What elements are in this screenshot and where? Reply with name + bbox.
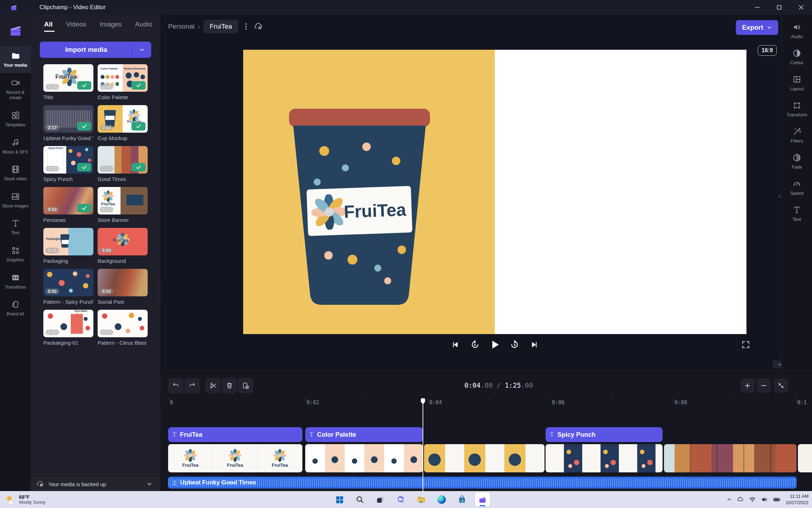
duplicate-button[interactable] [238,378,253,393]
project-options-kebab[interactable] [242,21,250,32]
project-title[interactable]: FruiTea [203,20,238,33]
playhead[interactable] [423,398,423,491]
tray-chevron-up-icon[interactable] [726,497,732,502]
video-clip-title[interactable]: FruiTea FruiTea FruiTea [168,444,302,472]
skip-to-end-button[interactable] [528,339,540,351]
audio-clip[interactable]: ♫ Upbeat Funky Good Times [168,477,796,489]
breadcrumb-personal[interactable]: Personal [168,23,195,30]
cloud-sync-icon[interactable] [254,22,263,31]
text-clip-color-palette[interactable]: T Color Palette [305,427,423,442]
start-button[interactable] [332,492,347,507]
close-button[interactable] [790,0,812,15]
redo-button[interactable] [184,378,200,393]
import-media-button[interactable]: Import media [40,42,151,58]
media-item[interactable]: FruiTea 0:02 Background [98,228,148,264]
rewind-5s-button[interactable]: 5 [469,339,481,351]
onedrive-cloud-icon[interactable] [737,496,744,503]
media-item[interactable]: 0:02 Pattern - Citrus Blast [98,310,148,346]
timeline-ruler[interactable]: 0 0:02 0:04 0:06 0:08 0:1 [160,397,812,409]
clipchamp-taskbar-icon[interactable] [475,492,490,507]
media-thumbnail: Packaging 0:02 [43,228,93,255]
clipchamp-window: Clipchamp - Video Editor Your media Reco… [0,0,812,508]
video-clip-next[interactable] [798,444,812,472]
volume-icon[interactable] [761,496,768,503]
tool-filters[interactable]: Filters [791,127,803,144]
sidebar-item-text[interactable]: Text [0,213,31,241]
task-view-icon[interactable] [373,492,388,507]
taskbar-weather-widget[interactable]: 68°F Mostly Sunny [5,494,45,505]
zoom-out-button[interactable] [757,379,771,393]
media-item[interactable]: 0:02 Good Times [98,146,148,182]
tool-layout[interactable]: Layout [790,75,804,91]
tab-videos[interactable]: Videos [66,20,86,32]
media-item-name: Packaging [43,258,93,264]
sidebar-item-templates[interactable]: Templates [0,105,31,133]
media-item[interactable]: 0:02 Pattern - Spicy Punch [43,269,93,305]
taskbar-clock[interactable]: 11:11 AM 10/27/2022 [786,493,808,506]
tab-images[interactable]: Images [100,20,122,32]
media-item-name: Good Times [98,176,148,182]
chevron-down-icon[interactable] [146,481,153,487]
text-clip-spicy-punch[interactable]: T Spicy Punch [546,427,663,442]
tab-all[interactable]: All [44,20,53,32]
clipchamp-logo[interactable] [0,15,31,46]
sidebar-item-record-create[interactable]: Record & create [0,73,31,105]
selected-check-badge [131,81,146,90]
video-preview-canvas[interactable]: FruiTea FruiTea [243,50,746,334]
collapse-inspector-handle[interactable]: ‹ [779,193,780,199]
zoom-in-button[interactable] [740,379,755,393]
tool-speed[interactable]: Speed [790,179,804,196]
tab-audio[interactable]: Audio [135,20,152,32]
media-item[interactable]: 2:17 Upbeat Funky Good Tim.. [43,105,93,141]
forward-5s-button[interactable]: 5 [509,339,521,351]
tool-audio[interactable]: Audio [791,23,802,39]
media-item[interactable]: FruiTea 0:02 Cup Mockup [98,105,148,141]
battery-icon[interactable] [773,496,781,503]
media-item[interactable]: FruiTea 0:02 Store Banner [98,187,148,223]
media-item[interactable]: Citrus Blast 0:02 Packakging-01 [43,310,93,346]
tool-transform[interactable]: Transform [787,101,807,117]
wifi-icon[interactable] [749,496,756,503]
play-button[interactable] [489,339,501,351]
sidebar-item-graphics[interactable]: Graphics [0,241,31,268]
zoom-to-fit-button[interactable] [774,379,788,393]
sidebar-item-your-media[interactable]: Your media [0,46,31,73]
microsoft-store-icon[interactable] [455,492,469,507]
media-item[interactable]: FruiTea 0:02 Title [43,64,93,100]
maximize-button[interactable] [768,0,790,15]
sidebar-item-transitions[interactable]: Transitions [0,268,31,295]
skip-to-start-button[interactable] [449,339,461,351]
export-button[interactable]: Export [736,20,778,35]
media-item[interactable]: 0:02 Personas [43,187,93,223]
teams-chat-icon[interactable] [393,492,408,507]
text-clip-fruitea[interactable]: T FruiTea [168,427,302,442]
sidebar-item-music-sfx[interactable]: Music & SFX [0,133,31,160]
edge-browser-icon[interactable] [434,492,449,507]
delete-button[interactable] [222,378,237,393]
sidebar-item-brand-kit[interactable]: Brand kit [0,295,31,322]
media-item[interactable]: Packaging 0:02 Packaging [43,228,93,264]
video-clip-good-times[interactable] [664,444,796,472]
text-icon [11,219,20,228]
split-scissors-button[interactable] [205,378,221,393]
sidebar-item-stock-images[interactable]: Stock images [0,187,31,214]
tool-colour[interactable]: Colour [790,49,804,65]
sidebar-item-stock-video[interactable]: Stock video [0,159,31,187]
tool-text[interactable]: Text [792,205,801,222]
media-item[interactable]: Color Palette Brand Elements 0:02 Color … [98,64,148,100]
minimize-button[interactable] [746,0,768,15]
import-options-dropdown[interactable] [133,44,151,55]
media-backup-bar[interactable]: Your media is backed up [31,477,160,491]
media-item[interactable]: 0:02 Social Post [98,269,148,305]
search-icon[interactable] [352,492,367,507]
file-explorer-icon[interactable] [414,492,429,507]
video-clip-cup-mockup[interactable] [424,444,545,472]
video-clip-color-palette[interactable] [305,444,423,472]
text-clip-icon: T [172,431,177,439]
tool-fade[interactable]: Fade [792,153,802,170]
video-clip-spicy-punch[interactable] [546,444,663,472]
fullscreen-button[interactable] [741,340,750,349]
media-item[interactable]: Spicy Punch 0:02 Spicy Punch [43,146,93,182]
aspect-ratio-badge[interactable]: 16:9 [758,45,777,56]
undo-button[interactable] [168,378,184,393]
